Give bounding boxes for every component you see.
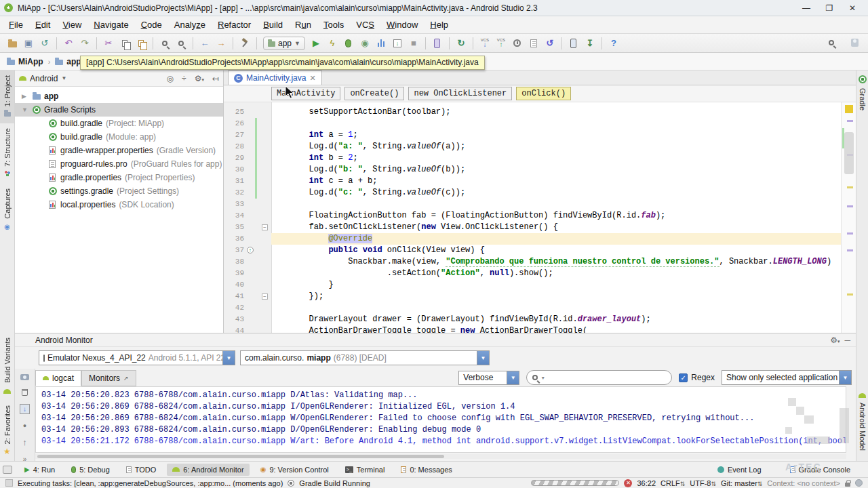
menu-build[interactable]: Build (257, 18, 289, 32)
find-button[interactable] (157, 36, 172, 51)
history-button[interactable] (510, 36, 525, 51)
menu-file[interactable]: File (3, 18, 29, 32)
gear-icon[interactable]: ⚙▾ (195, 74, 204, 83)
camera-button[interactable] (20, 373, 29, 382)
caret-position[interactable]: 36:22 (637, 479, 656, 487)
back-button[interactable]: ← (197, 36, 212, 51)
tree-node-build-gradle[interactable]: build.gradle(Project: MiApp) (15, 117, 223, 130)
forward-button[interactable]: → (214, 36, 229, 51)
menu-run[interactable]: Run (289, 18, 317, 32)
menu-analyze[interactable]: Analyze (168, 18, 212, 32)
copy-button[interactable] (117, 36, 132, 51)
minimize-button[interactable]: — (795, 3, 818, 13)
make-project-button[interactable] (237, 36, 252, 51)
up-stack-button[interactable]: ↑ (22, 437, 27, 448)
strip-tab-captures[interactable]: Captures◉ (0, 184, 14, 237)
breadcrumb-miapp[interactable]: MiApp (7, 57, 43, 66)
run-config-selector[interactable]: app▼ (263, 37, 305, 50)
logcat-output[interactable]: 03-14 20:56:20.823 6788-6788/com.alain.c… (35, 386, 846, 453)
recent-changes-button[interactable] (526, 36, 541, 51)
vcs-branch-selector[interactable]: Git: master⇅ (721, 479, 762, 487)
fold-marker-icon[interactable]: − (262, 293, 268, 300)
vcs-commit-button[interactable]: VCS↑ (494, 36, 509, 51)
scroll-to-end-button[interactable]: ↓ (20, 404, 30, 414)
redo-button[interactable]: ↷ (77, 36, 92, 51)
menu-refactor[interactable]: Refactor (212, 18, 257, 32)
sdk-manager-button[interactable]: ↧ (583, 36, 597, 51)
apply-changes-button[interactable]: ϟ (325, 36, 340, 51)
override-marker-icon[interactable]: ↑ (247, 247, 254, 253)
maximize-button[interactable]: ❐ (818, 3, 841, 13)
attach-debugger-button[interactable]: ↓ (390, 36, 405, 51)
toolwindow-button-4-run[interactable]: ▶4: Run (19, 462, 60, 477)
lock-icon[interactable] (845, 483, 850, 487)
toggle-toolwindows-icon[interactable] (3, 466, 12, 474)
regex-checkbox[interactable]: ✓ (679, 373, 688, 382)
toolwindow-button-0-messages[interactable]: 0: Messages (395, 464, 457, 476)
menu-edit[interactable]: Edit (29, 18, 56, 32)
minimize-panel-icon[interactable]: ─ (844, 336, 850, 345)
status-hint-icon[interactable] (5, 479, 13, 487)
toolwindow-button-terminal[interactable]: >_Terminal (340, 464, 391, 476)
menu-code[interactable]: Code (135, 18, 168, 32)
project-view-selector[interactable]: Android (30, 74, 58, 83)
open-button[interactable] (5, 36, 20, 51)
monitor-tab-logcat[interactable]: logcat (35, 370, 81, 386)
chevron-expanded-icon[interactable]: ▼ (22, 106, 28, 113)
tree-node-gradle-properties[interactable]: gradle.properties(Project Properties) (15, 171, 223, 184)
device-selector[interactable]: Emulator Nexus_4_API_22 Android 5.1.1, A… (39, 350, 235, 365)
menu-tools[interactable]: Tools (317, 18, 350, 32)
logcat-filter-selector[interactable]: Show only selected application ▼ (722, 370, 852, 385)
sync-gradle-button[interactable]: ↻ (454, 36, 469, 51)
log-level-selector[interactable]: Verbose ▼ (458, 371, 519, 385)
strip-tab-2-favorites[interactable]: 2: Favorites★ (3, 401, 12, 461)
debug-button[interactable] (341, 36, 356, 51)
vcs-update-button[interactable]: VCS↓ (477, 36, 492, 51)
close-button[interactable]: ✕ (841, 3, 864, 13)
strip-tab-gradle[interactable]: Gradle (856, 70, 868, 115)
collapse-all-icon[interactable]: ÷ (182, 74, 186, 83)
soft-wrap-button[interactable]: ● (23, 420, 26, 431)
hector-icon[interactable] (855, 479, 863, 487)
menu-window[interactable]: Window (380, 18, 424, 32)
encoding-selector[interactable]: UTF-8⇅ (690, 479, 716, 487)
tree-node-build-gradle[interactable]: build.gradle(Module: app) (15, 130, 223, 144)
search-input[interactable] (548, 372, 666, 383)
scrollbar-thumb[interactable] (844, 132, 854, 174)
tree-node-app[interactable]: ▶app (15, 89, 223, 103)
search-everywhere-button[interactable] (824, 35, 839, 50)
crumb-chip-oncreate-[interactable]: onCreate() (344, 87, 404, 100)
paste-button[interactable] (134, 36, 149, 51)
breadcrumb-app[interactable]: app (55, 57, 81, 66)
gear-icon[interactable]: ⚙▾ (830, 336, 840, 345)
line-ending-selector[interactable]: CRLF⇅ (660, 479, 685, 487)
strip-tab-7-structure[interactable]: 7: Structure (0, 123, 14, 184)
run-with-coverage-button[interactable]: ◉ (357, 36, 372, 51)
logcat-search[interactable]: ▼ (526, 370, 672, 385)
strip-tab-android-model[interactable]: Android Model (859, 386, 867, 455)
hide-panel-icon[interactable]: ↤ (212, 74, 219, 83)
tree-node-local-properties[interactable]: local.properties(SDK Location) (15, 198, 223, 211)
editor-tab-mainactivity[interactable]: C MainActivity.java ✕ (228, 70, 322, 85)
tree-node-settings-gradle[interactable]: settings.gradle(Project Settings) (15, 184, 223, 198)
undo-button[interactable]: ↶ (61, 36, 76, 51)
stop-build-icon[interactable]: ✕ (624, 479, 632, 487)
menu-navigate[interactable]: Navigate (87, 18, 134, 32)
cut-button[interactable]: ✂ (101, 36, 116, 51)
android-device-monitor-button[interactable] (430, 36, 445, 51)
stop-button[interactable]: ■ (406, 36, 421, 51)
save-all-button[interactable]: ▣ (21, 36, 36, 51)
crumb-chip-onclick-[interactable]: onClick() (516, 87, 571, 100)
profiler-button[interactable] (374, 36, 389, 51)
monitor-tab-monitors[interactable]: Monitors↗ (81, 370, 136, 386)
chevron-collapsed-icon[interactable]: ▶ (22, 93, 26, 100)
menu-view[interactable]: View (56, 18, 87, 32)
synchronize-button[interactable]: ↺ (37, 36, 52, 51)
strip-tab-1-project[interactable]: 1: Project (0, 70, 14, 123)
strip-tab-build-variants[interactable]: Build Variants (3, 333, 12, 400)
run-button[interactable]: ▶ (309, 36, 323, 51)
toolwindow-button-6-android-monitor[interactable]: 6: Android Monitor (167, 464, 249, 476)
scrollbar-thumb[interactable] (37, 455, 444, 458)
crumb-chip-new-onclicklistener[interactable]: new OnClickListener (408, 87, 512, 100)
avd-manager-button[interactable] (566, 36, 581, 51)
